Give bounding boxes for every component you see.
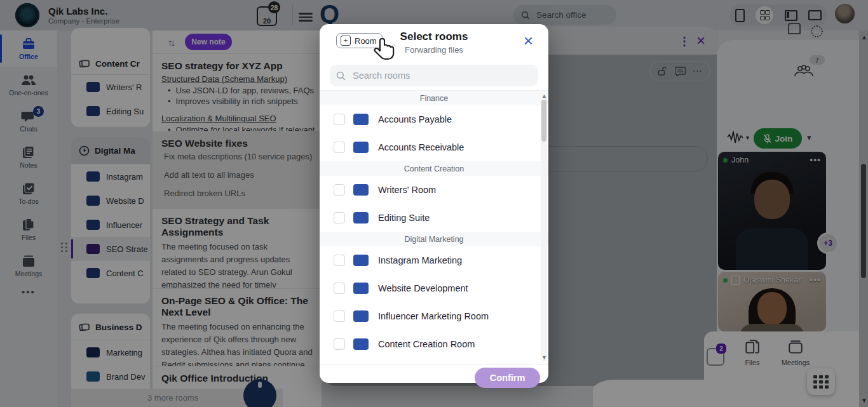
confirm-button[interactable]: Confirm [475,368,540,388]
checkbox[interactable] [334,283,345,294]
room-row[interactable]: Instagram Marketing [320,246,548,274]
checkbox[interactable] [334,212,345,224]
checkbox[interactable] [334,338,345,350]
room-avatar [353,184,369,196]
scrollbar-thumb[interactable] [541,100,546,142]
modal-scrollbar[interactable]: ▲ ▼ [541,92,547,361]
checkbox[interactable] [334,310,345,322]
app-screen: Qik Labs Inc. Company - Enterprise 20 28… [0,0,868,407]
room-row[interactable]: Website Development [320,274,548,302]
checkbox[interactable] [334,142,345,153]
room-row[interactable]: Accounts Receivable [320,133,548,161]
room-avatar [353,142,369,153]
close-icon[interactable]: × [520,32,537,50]
room-row[interactable]: Editing Suite [320,204,548,232]
scroll-down-arrow[interactable]: ▼ [541,354,547,361]
search-icon [336,71,346,81]
cursor-pointer [374,37,395,65]
room-search[interactable] [330,65,538,86]
room-row[interactable]: Content Creation Room [320,330,548,358]
room-search-input[interactable] [351,70,526,81]
section-header-content-creation: Content Creation [320,161,548,176]
checkbox[interactable] [334,114,345,125]
checkbox[interactable] [334,184,345,196]
room-row[interactable]: Influencer Marketing Room [320,302,548,330]
checkbox[interactable] [334,255,345,266]
room-list: Finance Accounts Payable Accounts Receiv… [320,90,548,364]
room-row[interactable]: Accounts Payable [320,105,548,133]
room-row[interactable]: Writers' Room [320,176,548,204]
room-avatar [353,310,369,322]
section-header-digital-marketing: Digital Marketing [320,232,548,246]
room-avatar [353,255,369,266]
room-avatar [353,283,369,294]
room-avatar [353,114,369,125]
scroll-up-arrow[interactable]: ▲ [541,93,547,99]
select-rooms-modal: + Room Select rooms Forwarding files × F… [320,24,548,383]
plus-icon: + [341,36,351,46]
room-avatar [353,212,369,224]
room-avatar [353,338,369,350]
section-header-finance: Finance [320,91,548,105]
